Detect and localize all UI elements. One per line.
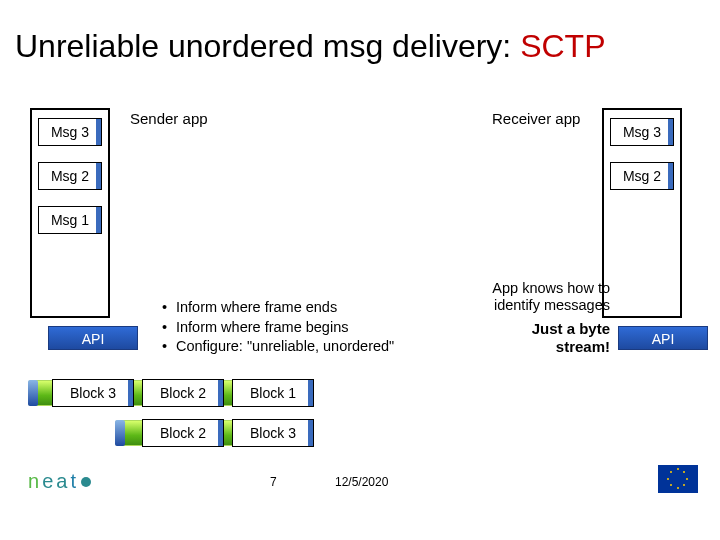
pipe-cap-left xyxy=(28,380,38,406)
app-knows-text: App knows how to identify messages xyxy=(470,280,610,315)
receiver-api: API xyxy=(618,326,708,350)
block-box: Block 3 xyxy=(232,419,314,447)
msg-stripe xyxy=(96,207,101,233)
block-stripe xyxy=(308,380,313,406)
bullet-item: Inform where frame ends xyxy=(176,298,337,318)
sender-msg: Msg 2 xyxy=(38,162,102,190)
bullet-item: Configure: "unreliable, unordered" xyxy=(176,337,394,357)
block-stripe xyxy=(128,380,133,406)
block-label: Block 2 xyxy=(160,425,206,441)
just-byte-text: Just a byte stream! xyxy=(475,320,610,356)
sender-api: API xyxy=(48,326,138,350)
neat-logo: neat xyxy=(28,470,91,493)
receiver-app-label: Receiver app xyxy=(492,110,580,127)
msg-label: Msg 2 xyxy=(51,168,89,184)
msg-stripe xyxy=(96,163,101,189)
block-stripe xyxy=(218,420,223,446)
footer-date: 12/5/2020 xyxy=(335,475,388,489)
block-box: Block 1 xyxy=(232,379,314,407)
bullet-item: Inform where frame begins xyxy=(176,318,348,338)
page-number: 7 xyxy=(270,475,277,489)
block-stripe xyxy=(308,420,313,446)
sender-msg: Msg 3 xyxy=(38,118,102,146)
msg-label: Msg 3 xyxy=(623,124,661,140)
sender-msg: Msg 1 xyxy=(38,206,102,234)
receiver-msg: Msg 2 xyxy=(610,162,674,190)
block-box: Block 2 xyxy=(142,419,224,447)
sender-app-label: Sender app xyxy=(130,110,208,127)
block-box: Block 2 xyxy=(142,379,224,407)
slide-title: Unreliable unordered msg delivery: SCTP xyxy=(15,28,605,65)
msg-stripe xyxy=(668,119,673,145)
receiver-msg: Msg 3 xyxy=(610,118,674,146)
msg-label: Msg 1 xyxy=(51,212,89,228)
block-box: Block 3 xyxy=(52,379,134,407)
msg-stripe xyxy=(96,119,101,145)
bullet-list: •Inform where frame ends •Inform where f… xyxy=(162,298,394,357)
block-stripe xyxy=(218,380,223,406)
block-label: Block 3 xyxy=(250,425,296,441)
logo-dot-icon xyxy=(81,477,91,487)
msg-label: Msg 2 xyxy=(623,168,661,184)
pipe-cap-left xyxy=(115,420,125,446)
title-accent: SCTP xyxy=(520,28,605,64)
block-label: Block 1 xyxy=(250,385,296,401)
msg-label: Msg 3 xyxy=(51,124,89,140)
block-label: Block 3 xyxy=(70,385,116,401)
block-label: Block 2 xyxy=(160,385,206,401)
eu-flag-icon xyxy=(658,465,698,493)
title-prefix: Unreliable unordered msg delivery: xyxy=(15,28,520,64)
msg-stripe xyxy=(668,163,673,189)
